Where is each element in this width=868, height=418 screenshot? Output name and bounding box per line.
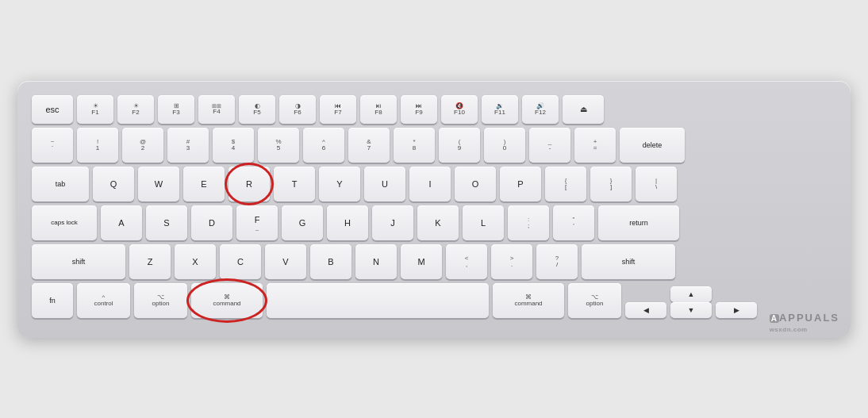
key-f10[interactable]: 🔇 F10 [441, 95, 478, 124]
key-n[interactable]: N [355, 244, 397, 279]
key-j[interactable]: J [372, 205, 413, 240]
key-u[interactable]: U [364, 167, 405, 201]
key-control[interactable]: ^ control [77, 283, 130, 318]
key-a[interactable]: A [101, 205, 142, 240]
key-quote[interactable]: " ' [553, 205, 594, 240]
zxcv-row: shift Z X C V B N M < , > . [32, 244, 836, 279]
key-arrow-down[interactable]: ▼ [670, 302, 712, 318]
key-0[interactable]: ) 0 [484, 128, 525, 163]
key-t[interactable]: T [274, 167, 315, 201]
number-row: ~ ` ! 1 @ 2 # 3 $ 4 % 5 ^ 6 & 7 [32, 128, 836, 163]
key-comma[interactable]: < , [446, 244, 487, 279]
key-minus[interactable]: _ - [529, 128, 570, 163]
key-f5[interactable]: ◐ F5 [239, 95, 275, 124]
key-f7[interactable]: ⏮ F7 [320, 95, 356, 124]
qwerty-row: tab Q W E R T Y U I O P [32, 167, 836, 201]
key-f12[interactable]: 🔊 F12 [522, 95, 559, 124]
key-s[interactable]: S [146, 205, 187, 240]
key-z[interactable]: Z [129, 244, 171, 279]
key-w[interactable]: W [138, 167, 179, 201]
key-7[interactable]: & 7 [348, 128, 390, 163]
key-shift-right[interactable]: shift [582, 244, 675, 279]
key-backslash[interactable]: | \ [636, 167, 677, 201]
key-g[interactable]: G [282, 205, 323, 240]
keyboard: esc ☀ F1 ☀ F2 ⊞ F3 ⊞⊞ F4 ◐ F5 ◑ F6 ⏮ F7 [17, 81, 851, 338]
key-arrow-right[interactable]: ▶ [716, 302, 757, 318]
key-capslock[interactable]: caps lock [32, 205, 97, 240]
key-h[interactable]: H [327, 205, 368, 240]
key-arrow-left[interactable]: ◀ [625, 302, 666, 318]
key-f1[interactable]: ☀ F1 [77, 95, 113, 124]
key-option-right[interactable]: ⌥ option [568, 283, 621, 318]
key-equals[interactable]: + = [574, 128, 616, 163]
key-e[interactable]: E [183, 167, 225, 201]
key-i[interactable]: I [409, 167, 451, 201]
watermark: AAPPUALS wsxdn.com [770, 312, 839, 333]
key-f4[interactable]: ⊞⊞ F4 [198, 95, 235, 124]
key-power[interactable]: ⏏ [563, 95, 604, 124]
key-semicolon[interactable]: : ; [508, 205, 549, 240]
key-shift-left[interactable]: shift [32, 244, 125, 279]
key-backtick[interactable]: ~ ` [32, 128, 73, 163]
key-return[interactable]: return [598, 205, 679, 240]
key-r[interactable]: R [229, 167, 270, 201]
key-fn[interactable]: fn [32, 283, 73, 318]
key-1[interactable]: ! 1 [77, 128, 118, 163]
key-b[interactable]: B [310, 244, 351, 279]
key-y[interactable]: Y [319, 167, 360, 201]
key-6[interactable]: ^ 6 [303, 128, 344, 163]
key-4[interactable]: $ 4 [213, 128, 254, 163]
key-command-right[interactable]: ⌘ command [493, 283, 564, 318]
key-c[interactable]: C [220, 244, 261, 279]
key-esc[interactable]: esc [32, 95, 73, 124]
key-8[interactable]: * 8 [394, 128, 435, 163]
key-period[interactable]: > . [491, 244, 532, 279]
key-lbracket[interactable]: { [ [545, 167, 586, 201]
key-f11[interactable]: 🔉 F11 [482, 95, 518, 124]
key-5[interactable]: % 5 [258, 128, 299, 163]
key-option-left[interactable]: ⌥ option [134, 283, 187, 318]
key-delete[interactable]: delete [620, 128, 685, 163]
fn-row: esc ☀ F1 ☀ F2 ⊞ F3 ⊞⊞ F4 ◐ F5 ◑ F6 ⏮ F7 [32, 95, 836, 124]
key-f9[interactable]: ⏭ F9 [401, 95, 437, 124]
key-m[interactable]: M [401, 244, 442, 279]
key-space[interactable] [267, 283, 489, 318]
key-2[interactable]: @ 2 [122, 128, 163, 163]
key-k[interactable]: K [417, 205, 459, 240]
key-arrow-up[interactable]: ▲ [670, 286, 712, 302]
key-v[interactable]: V [265, 244, 306, 279]
key-p[interactable]: P [500, 167, 541, 201]
key-3[interactable]: # 3 [167, 128, 209, 163]
key-l[interactable]: L [463, 205, 504, 240]
key-d[interactable]: D [191, 205, 232, 240]
key-slash[interactable]: ? / [536, 244, 578, 279]
key-f[interactable]: F _ [236, 205, 278, 240]
key-tab[interactable]: tab [32, 167, 89, 201]
key-rbracket[interactable]: } ] [590, 167, 632, 201]
key-x[interactable]: X [175, 244, 216, 279]
arrow-keys: ▲ ◀ ▼ ▶ [625, 286, 757, 318]
bottom-row: fn ^ control ⌥ option ⌘ command ⌘ comman… [32, 283, 836, 318]
watermark-icon: A [770, 314, 779, 323]
key-9[interactable]: ( 9 [439, 128, 480, 163]
key-q[interactable]: Q [93, 167, 134, 201]
asdf-row: caps lock A S D F _ G H J K L : [32, 205, 836, 240]
key-f8[interactable]: ⏯ F8 [360, 95, 397, 124]
key-command-left[interactable]: ⌘ command [191, 283, 263, 318]
key-f2[interactable]: ☀ F2 [117, 95, 154, 124]
key-f6[interactable]: ◑ F6 [279, 95, 316, 124]
key-o[interactable]: O [455, 167, 496, 201]
key-f3[interactable]: ⊞ F3 [158, 95, 194, 124]
